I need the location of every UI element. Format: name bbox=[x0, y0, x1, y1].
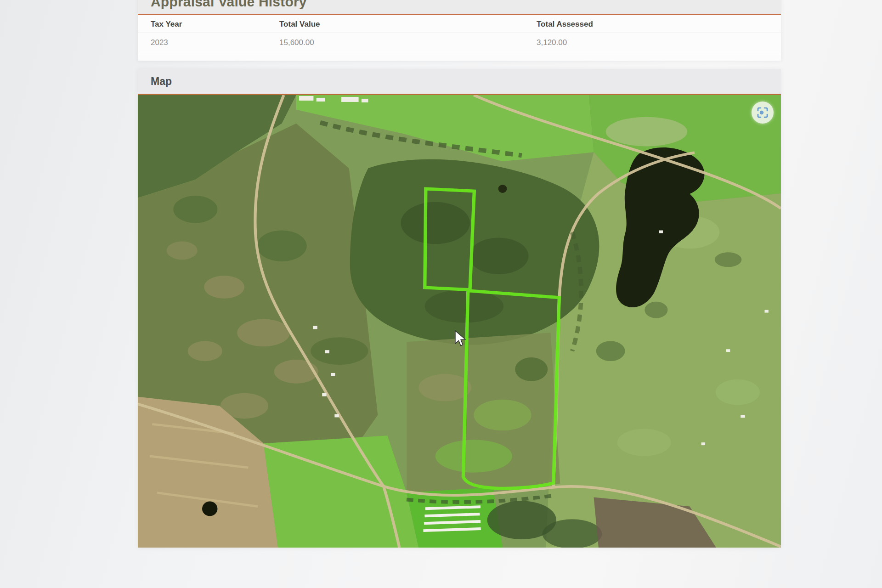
forest-patch bbox=[311, 337, 368, 365]
forest-dark-patch bbox=[425, 290, 503, 323]
building bbox=[313, 326, 317, 329]
map-section-title: Map bbox=[151, 75, 172, 88]
building bbox=[741, 415, 745, 418]
pasture-light-patch bbox=[435, 440, 512, 473]
appraisal-value-history-section: Appraisal Value History Tax Year Total V… bbox=[138, 0, 781, 61]
table-row: 2023 15,600.00 3,120.00 bbox=[138, 33, 781, 53]
bare-ground-patch bbox=[606, 117, 688, 147]
value-history-table: Tax Year Total Value Total Assessed 2023… bbox=[138, 15, 781, 53]
forest-patch bbox=[645, 302, 667, 318]
map-viewport[interactable] bbox=[138, 94, 781, 548]
scrub-mottle bbox=[418, 374, 471, 401]
building bbox=[299, 96, 313, 101]
building bbox=[325, 350, 329, 353]
column-header-total-value: Total Value bbox=[266, 15, 524, 33]
building bbox=[362, 99, 368, 102]
table-header-row: Tax Year Total Value Total Assessed bbox=[138, 15, 781, 33]
scrub-mottle bbox=[204, 276, 244, 299]
forest-patch bbox=[596, 341, 625, 361]
building bbox=[334, 414, 339, 417]
building bbox=[317, 98, 325, 102]
zoom-extent-button[interactable] bbox=[752, 102, 774, 124]
forest-patch bbox=[543, 519, 602, 548]
scrub-mottle bbox=[274, 360, 318, 384]
forest-patch bbox=[715, 252, 742, 267]
forest-patch bbox=[173, 196, 217, 223]
column-header-total-assessed: Total Assessed bbox=[524, 15, 781, 33]
pasture-light-patch bbox=[617, 429, 671, 456]
pasture-light-patch bbox=[716, 379, 760, 405]
forest-patch bbox=[257, 231, 307, 262]
building bbox=[341, 97, 359, 102]
building bbox=[659, 231, 663, 233]
appraisal-value-history-title: Appraisal Value History bbox=[151, 0, 768, 10]
satellite-map-image bbox=[138, 95, 781, 548]
forest-dark-patch bbox=[401, 202, 470, 244]
pasture-light-patch bbox=[474, 400, 531, 431]
building bbox=[322, 393, 326, 396]
scrub-mottle bbox=[237, 319, 290, 347]
zoom-to-extent-icon bbox=[757, 107, 769, 119]
pond bbox=[202, 502, 217, 516]
page-content: Appraisal Value History Tax Year Total V… bbox=[138, 0, 781, 548]
map-section-header: Map bbox=[138, 69, 781, 94]
building bbox=[701, 442, 705, 445]
building bbox=[764, 310, 768, 313]
column-header-tax-year: Tax Year bbox=[138, 15, 266, 33]
scrub-mottle bbox=[188, 341, 222, 361]
building bbox=[331, 373, 335, 376]
scrub-mottle bbox=[167, 241, 198, 260]
building bbox=[726, 349, 730, 352]
cell-total-assessed: 3,120.00 bbox=[524, 33, 781, 53]
map-section: Map bbox=[138, 69, 781, 548]
pond bbox=[498, 185, 507, 193]
forest-patch bbox=[515, 357, 548, 381]
forest-dark-patch bbox=[469, 237, 529, 274]
cell-total-value: 15,600.00 bbox=[266, 33, 524, 53]
cell-tax-year: 2023 bbox=[138, 33, 266, 53]
section-title-band: Appraisal Value History bbox=[138, 0, 781, 15]
